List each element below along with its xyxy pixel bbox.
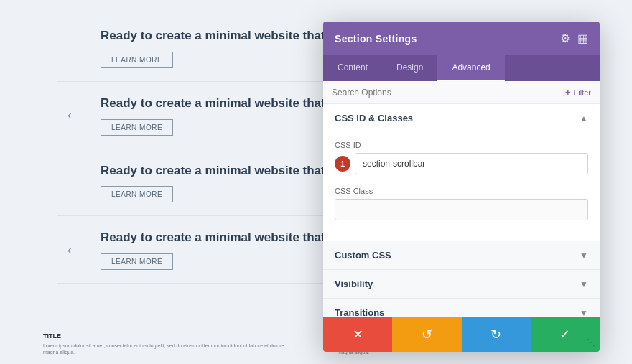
css-id-classes-group: CSS ID & Classes ▲ CSS ID 1 CSS Class — [323, 104, 600, 241]
tab-content[interactable]: Content — [323, 55, 382, 81]
css-class-input[interactable] — [335, 199, 588, 220]
transitions-chevron-icon: ▼ — [580, 308, 588, 318]
transitions-group: Transitions ▼ — [323, 299, 600, 317]
css-id-label: CSS ID — [335, 141, 588, 149]
panel-search-bar: + Filter — [323, 81, 600, 104]
save-icon: ✓ — [559, 327, 570, 342]
redo-button[interactable]: ↻ — [462, 317, 531, 352]
css-id-classes-content: CSS ID 1 CSS Class — [323, 132, 600, 241]
footer-col1-text: Lorem ipsum dolor sit amet, consectetur … — [43, 342, 294, 355]
panel-header-icons: ⚙ ▦ — [560, 32, 588, 45]
css-id-input[interactable] — [355, 153, 588, 174]
learn-more-button-3[interactable]: LEARN MORE — [101, 186, 173, 202]
css-class-label: CSS Class — [335, 187, 588, 195]
cancel-button[interactable]: ✕ — [323, 317, 392, 352]
filter-label: Filter — [574, 88, 591, 97]
visibility-chevron-icon: ▼ — [580, 279, 588, 289]
tab-advanced[interactable]: Advanced — [437, 55, 504, 81]
panel-tabs: Content Design Advanced — [323, 55, 600, 81]
redo-icon: ↻ — [491, 327, 501, 342]
visibility-header[interactable]: Visibility ▼ — [323, 270, 600, 298]
transitions-title: Transitions — [335, 307, 384, 317]
prev-arrow-4[interactable]: ‹ — [68, 242, 72, 257]
custom-css-title: Custom CSS — [335, 250, 391, 261]
custom-css-header[interactable]: Custom CSS ▼ — [323, 241, 600, 269]
filter-plus-icon: + — [565, 87, 571, 98]
panel-body: CSS ID & Classes ▲ CSS ID 1 CSS Class Cu… — [323, 104, 600, 317]
cancel-icon: ✕ — [353, 327, 363, 342]
footer-col-1: TITLE Lorem ipsum dolor sit amet, consec… — [43, 328, 294, 364]
footer-col1-title: TITLE — [43, 332, 294, 340]
tab-design[interactable]: Design — [382, 55, 437, 81]
section-settings-panel: Section Settings ⚙ ▦ Content Design Adva… — [323, 22, 600, 352]
prev-arrow-2[interactable]: ‹ — [68, 108, 72, 123]
panel-actions: ✕ ↺ ↻ ✓ — [323, 317, 600, 352]
css-id-classes-title: CSS ID & Classes — [335, 113, 413, 123]
learn-more-button-4[interactable]: LEARN MORE — [101, 253, 173, 270]
visibility-group: Visibility ▼ — [323, 270, 600, 299]
layout-icon[interactable]: ▦ — [577, 32, 588, 45]
search-input[interactable] — [332, 88, 559, 98]
reset-icon: ↺ — [422, 327, 432, 342]
reset-button[interactable]: ↺ — [392, 317, 461, 352]
css-id-classes-chevron-icon: ▲ — [580, 113, 588, 123]
settings-icon[interactable]: ⚙ — [560, 32, 570, 45]
custom-css-group: Custom CSS ▼ — [323, 241, 600, 270]
learn-more-button-2[interactable]: LEARN MORE — [101, 119, 173, 136]
visibility-title: Visibility — [335, 279, 373, 289]
filter-button[interactable]: + Filter — [565, 87, 591, 98]
panel-title: Section Settings — [335, 33, 417, 45]
transitions-header[interactable]: Transitions ▼ — [323, 299, 600, 317]
css-id-field-row: 1 — [335, 153, 588, 174]
css-id-badge: 1 — [335, 156, 350, 172]
custom-css-chevron-icon: ▼ — [580, 251, 588, 261]
css-id-classes-header[interactable]: CSS ID & Classes ▲ — [323, 104, 600, 132]
drag-handle[interactable]: ⋱ — [587, 337, 595, 347]
panel-header: Section Settings ⚙ ▦ — [323, 22, 600, 55]
learn-more-button-1[interactable]: LEARN MORE — [101, 52, 173, 68]
